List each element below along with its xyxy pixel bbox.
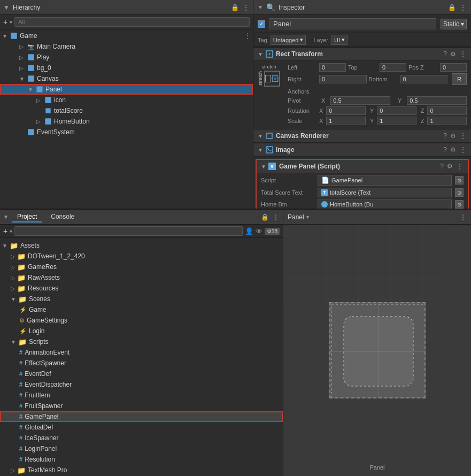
hierarchy-collapse-icon[interactable]: ▼ (3, 4, 10, 11)
project-menu-icon[interactable]: ⋮ (272, 213, 280, 221)
script-animationevent[interactable]: # AnimationEvent (0, 347, 283, 358)
hierarchy-search-input[interactable] (14, 17, 250, 27)
project-arrow-icon[interactable]: ▾ (10, 228, 12, 234)
scale-z-input[interactable] (427, 117, 467, 125)
project-search-input[interactable] (14, 226, 243, 236)
inspector-lock-icon[interactable]: 🔒 (448, 4, 456, 11)
script-label-eventdef: EventDef (25, 370, 51, 378)
tag-dropdown[interactable]: Untagged ▾ (271, 35, 306, 45)
hierarchy-lock-icon[interactable]: 🔒 (231, 4, 239, 11)
tree-item-main-camera[interactable]: ▷ 📷 Main Camera (0, 41, 253, 52)
project-person-icon[interactable]: 👤 (245, 227, 253, 235)
tree-item-bg0[interactable]: ▷ bg_0 (0, 63, 253, 73)
canvas-renderer-section-header[interactable]: ▼ Canvas Renderer ? ⚙ ⋮ (253, 129, 471, 143)
rect-transform-menu-icon[interactable]: ⋮ (459, 50, 467, 58)
scenes-folder-icon: 📁 (18, 295, 27, 303)
tree-menu-game[interactable]: ⋮ (244, 32, 251, 40)
script-loginpanel[interactable]: # LoginPanel (0, 443, 283, 454)
hierarchy-arrow-icon[interactable]: ▾ (10, 19, 12, 25)
rt-posz-input[interactable] (440, 63, 467, 72)
scale-x-input[interactable] (326, 117, 366, 125)
tree-item-canvas[interactable]: ▼ Canvas (0, 73, 253, 84)
static-dropdown[interactable]: Static ▾ (441, 19, 467, 29)
project-collapse-icon[interactable]: ▼ (3, 214, 9, 220)
script-icespawner[interactable]: # IceSpawner (0, 433, 283, 443)
layer-dropdown[interactable]: UI ▾ (331, 35, 348, 45)
inspector-collapse-icon[interactable]: ▼ (258, 4, 263, 10)
tree-label-bg0: bg_0 (37, 64, 51, 72)
tab-project[interactable]: Project (12, 212, 42, 222)
folder-rawassets[interactable]: ▷ 📁 RawAssets (0, 272, 283, 283)
image-help-icon[interactable]: ? (443, 146, 447, 153)
script-select-btn[interactable]: ⊙ (455, 176, 464, 185)
canvas-renderer-help-icon[interactable]: ? (443, 132, 447, 140)
scene-gamesettings[interactable]: ⚙ GameSettings (0, 315, 283, 326)
script-hash-globaldef: # (19, 424, 22, 431)
canvas-renderer-settings-icon[interactable]: ⚙ (450, 132, 456, 140)
script-label-globaldef: GlobalDef (25, 424, 53, 431)
folder-scripts[interactable]: ▼ 📁 Scripts (0, 336, 283, 347)
folder-textmeshpro[interactable]: ▷ 📁 TextMesh Pro (0, 465, 283, 475)
script-eventdispatcher[interactable]: # EventDispatcher (0, 379, 283, 390)
rect-transform-help-icon[interactable]: ? (443, 50, 447, 58)
scene-game[interactable]: ⚡ Game (0, 304, 283, 315)
script-gamepanel[interactable]: # GamePanel (0, 411, 283, 422)
script-fruitspawner[interactable]: # FruitSpawner (0, 401, 283, 411)
tree-item-panel[interactable]: ▼ Panel (0, 84, 253, 95)
rotation-x-input[interactable] (326, 106, 366, 115)
game-panel-help-icon[interactable]: ? (440, 163, 444, 170)
home-btn-select-btn[interactable]: ⊙ (455, 200, 464, 209)
project-add-btn[interactable]: + (3, 227, 7, 235)
object-enabled-checkbox[interactable]: ✓ (258, 20, 265, 28)
rotation-y-input[interactable] (377, 106, 416, 115)
rect-transform-section-header[interactable]: ▼ Rect Transform ? ⚙ ⋮ (253, 47, 471, 61)
tree-item-eventsystem[interactable]: EventSystem (0, 127, 253, 137)
pivot-x-input[interactable] (330, 96, 390, 105)
script-globaldef[interactable]: # GlobalDef (0, 422, 283, 433)
rotation-z-input[interactable] (427, 106, 467, 115)
game-panel-menu-icon[interactable]: ⋮ (456, 162, 464, 171)
folder-dotween[interactable]: ▷ 📁 DOTween_1_2_420 (0, 251, 283, 262)
r-button[interactable]: R (452, 73, 467, 85)
tree-item-icon[interactable]: ▷ icon (0, 95, 253, 105)
object-name-input[interactable] (269, 18, 436, 29)
folder-resources[interactable]: ▷ 📁 Resources (0, 283, 283, 294)
hierarchy-menu-icon[interactable]: ⋮ (242, 3, 250, 12)
script-resolution[interactable]: # Resolution (0, 454, 283, 465)
pivot-y-input[interactable] (407, 96, 467, 105)
image-settings-icon[interactable]: ⚙ (450, 146, 456, 153)
tree-item-play[interactable]: ▷ Play (0, 52, 253, 63)
svg-rect-3 (274, 78, 276, 80)
rt-top-input[interactable] (380, 63, 406, 72)
total-score-select-btn[interactable]: ⊙ (455, 188, 464, 197)
scene-login[interactable]: ⚡ Login (0, 326, 283, 336)
stretch-box[interactable] (264, 71, 280, 87)
canvas-renderer-menu-icon[interactable]: ⋮ (459, 132, 467, 140)
script-effectspawner[interactable]: # EffectSpawner (0, 358, 283, 368)
tab-console[interactable]: Console (45, 212, 80, 222)
image-menu-icon[interactable]: ⋮ (459, 145, 467, 154)
preview-menu-icon[interactable]: ⋮ (459, 213, 467, 221)
rt-bottom-input[interactable] (400, 75, 448, 83)
rect-transform-settings-icon[interactable]: ⚙ (450, 50, 456, 58)
image-section-header[interactable]: ▼ Image ? ⚙ ⋮ (253, 143, 471, 157)
scale-y-input[interactable] (377, 117, 416, 125)
project-eye-icon[interactable]: 👁 (256, 227, 262, 235)
folder-scenes[interactable]: ▼ 📁 Scenes (0, 294, 283, 304)
folder-gameres[interactable]: ▷ 📁 GameRes (0, 262, 283, 272)
inspector-menu-icon[interactable]: ⋮ (459, 3, 467, 12)
rt-right-input[interactable] (319, 75, 367, 83)
preview-dropdown-arrow[interactable]: ▾ (306, 214, 309, 220)
assets-root[interactable]: ▼ 📁 Assets (0, 240, 283, 251)
tree-item-homebutton[interactable]: ▷ HomeButton (0, 116, 253, 127)
game-panel-settings-icon[interactable]: ⚙ (447, 163, 453, 170)
game-panel-script-header[interactable]: ▼ # Game Panel (Script) ? ⚙ ⋮ (257, 160, 468, 173)
rt-left-input[interactable] (319, 63, 346, 72)
hierarchy-add-btn[interactable]: + (3, 18, 7, 26)
script-eventdef[interactable]: # EventDef (0, 368, 283, 379)
tree-item-totalscore[interactable]: totalScore (0, 105, 253, 116)
project-lock-icon[interactable]: 🔒 (261, 213, 269, 221)
script-fruititem[interactable]: # FruitItem (0, 390, 283, 401)
tree-item-game[interactable]: ▼ Game ⋮ (0, 30, 253, 41)
script-hash-loginpanel: # (19, 446, 22, 452)
